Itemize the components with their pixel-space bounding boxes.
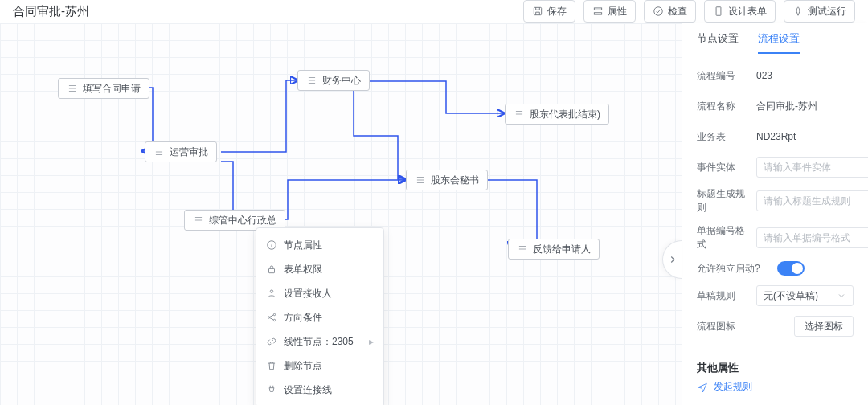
- flow-name-label: 流程名称: [697, 100, 748, 113]
- page-title: 合同审批-苏州: [13, 4, 89, 19]
- flow-icon: [67, 83, 78, 94]
- bill-fmt-label: 单据编号格式: [697, 224, 748, 252]
- props-icon: [592, 6, 604, 17]
- tab-node-settings[interactable]: 节点设置: [697, 31, 739, 54]
- design-form-button[interactable]: 设计表单: [704, 0, 776, 22]
- link-label: 发起规则: [714, 380, 752, 394]
- flow-no-label: 流程编号: [697, 69, 748, 83]
- user-icon: [266, 288, 277, 299]
- ctx-label: 删除节点: [284, 359, 322, 373]
- node-label: 综管中心行政总: [209, 214, 276, 227]
- ctx-label: 节点属性: [284, 239, 322, 252]
- event-entity-label: 事件实体: [697, 161, 748, 174]
- node-label: 股东会秘书: [431, 174, 479, 187]
- node-label: 反馈给申请人: [533, 243, 591, 256]
- flow-settings-form: 流程编号 流程名称 业务表 事件实体 标题生成规则 单据编号格式 允许独立启动?…: [682, 54, 868, 348]
- save-icon: [532, 6, 543, 17]
- bill-fmt-input[interactable]: [756, 227, 868, 248]
- svg-rect-1: [594, 8, 601, 10]
- node-secretary[interactable]: 股东会秘书: [406, 170, 488, 190]
- ctx-set-connector[interactable]: 设置连接线: [256, 378, 383, 402]
- biz-table-value: [756, 126, 868, 147]
- panel-tabs: 节点设置 流程设置: [682, 23, 868, 54]
- title-rule-input[interactable]: [756, 190, 868, 211]
- ctx-label: 设置接收人: [284, 287, 332, 301]
- ctx-label: 表单权限: [284, 263, 322, 276]
- ctx-label: 方向条件: [284, 311, 322, 325]
- draft-rule-value: 无(不设草稿): [764, 289, 818, 303]
- ctx-linear-node[interactable]: 线性节点：2305 ▸: [256, 329, 383, 354]
- choose-icon-button[interactable]: 选择图标: [794, 316, 854, 337]
- node-feedback[interactable]: 反馈给申请人: [508, 239, 600, 260]
- flow-icon: [154, 146, 165, 158]
- node-finance-center[interactable]: 财务中心: [297, 70, 370, 91]
- ctx-set-receiver[interactable]: 设置接收人: [256, 281, 383, 305]
- check-button[interactable]: 检查: [644, 0, 696, 22]
- toolbar: 保存 属性 检查 设计表单 测试运行: [523, 0, 855, 22]
- tab-flow-settings[interactable]: 流程设置: [758, 31, 800, 54]
- chevron-down-icon: [837, 291, 846, 301]
- ctx-delete-node[interactable]: 删除节点: [256, 354, 383, 378]
- rocket-icon: [792, 6, 804, 17]
- link-icon: [266, 336, 277, 347]
- props-button[interactable]: 属性: [583, 0, 636, 22]
- node-label: 运营审批: [170, 145, 208, 159]
- indep-start-label: 允许独立启动?: [697, 262, 769, 276]
- svg-point-10: [273, 319, 275, 321]
- flow-no-value: [756, 65, 868, 86]
- draft-rule-label: 草稿规则: [697, 289, 748, 303]
- link-launch-rule[interactable]: 发起规则: [697, 380, 854, 394]
- trash-icon: [266, 360, 277, 371]
- form-icon: [713, 6, 724, 17]
- svg-rect-4: [716, 7, 721, 16]
- draft-rule-select[interactable]: 无(不设草稿): [756, 285, 854, 306]
- canvas[interactable]: 填写合同申请 运营审批 财务中心 综管中心行政总 股东代表批结束) 股东会秘书: [0, 23, 682, 405]
- flow-icon-label: 流程图标: [697, 320, 748, 333]
- check-circle-icon: [653, 6, 664, 17]
- ctx-direction-cond[interactable]: 方向条件: [256, 305, 383, 329]
- svg-point-9: [273, 313, 275, 315]
- topbar: 合同审批-苏州 保存 属性 检查 设计表单 测试运行: [0, 0, 868, 23]
- flow-icon: [193, 215, 204, 226]
- title-rule-label: 标题生成规则: [697, 187, 748, 215]
- flow-name-value: [756, 96, 868, 117]
- share-icon: [266, 312, 277, 323]
- context-menu: 节点属性 表单权限 设置接收人 方向条件 线性节点：2305 ▸: [256, 227, 384, 405]
- info-icon: [266, 239, 277, 251]
- node-fill-application[interactable]: 填写合同申请: [58, 78, 149, 99]
- design-form-label: 设计表单: [728, 5, 767, 18]
- svg-point-7: [270, 290, 273, 293]
- flow-icon: [306, 75, 317, 86]
- event-entity-input[interactable]: [756, 157, 868, 178]
- ctx-label: 设置连接线: [284, 383, 332, 397]
- biz-table-label: 业务表: [697, 130, 748, 144]
- ctx-table-perm[interactable]: 表单权限: [256, 257, 383, 281]
- check-label: 检查: [668, 5, 687, 18]
- flow-icon: [517, 243, 528, 255]
- save-button[interactable]: 保存: [523, 0, 575, 22]
- lock-icon: [266, 264, 277, 275]
- other-props-title: 其他属性: [682, 348, 868, 380]
- svg-rect-0: [534, 7, 541, 14]
- node-label: 填写合同申请: [83, 82, 141, 96]
- other-props-list: 发起规则 业务数据同步规则 完整设置: [682, 380, 868, 405]
- ctx-node-props[interactable]: 节点属性: [256, 233, 383, 257]
- props-label: 属性: [608, 5, 627, 18]
- indep-start-toggle[interactable]: [777, 261, 805, 276]
- ctx-label: 线性节点：2305: [284, 335, 354, 349]
- save-label: 保存: [547, 5, 567, 18]
- flow-icon: [514, 108, 525, 120]
- testrun-button[interactable]: 测试运行: [784, 0, 855, 22]
- node-label: 股东代表批结束): [530, 108, 600, 121]
- testrun-label: 测试运行: [808, 5, 846, 18]
- plug-icon: [266, 384, 277, 395]
- node-label: 财务中心: [322, 74, 361, 88]
- node-ops-approve[interactable]: 运营审批: [145, 141, 217, 162]
- node-shareholder-end[interactable]: 股东代表批结束): [505, 104, 609, 125]
- svg-point-3: [654, 7, 663, 16]
- svg-rect-2: [594, 13, 601, 14]
- chevron-right-icon: [667, 254, 678, 265]
- chevron-right-icon: ▸: [369, 336, 374, 347]
- svg-point-8: [268, 317, 269, 318]
- send-icon: [697, 382, 708, 393]
